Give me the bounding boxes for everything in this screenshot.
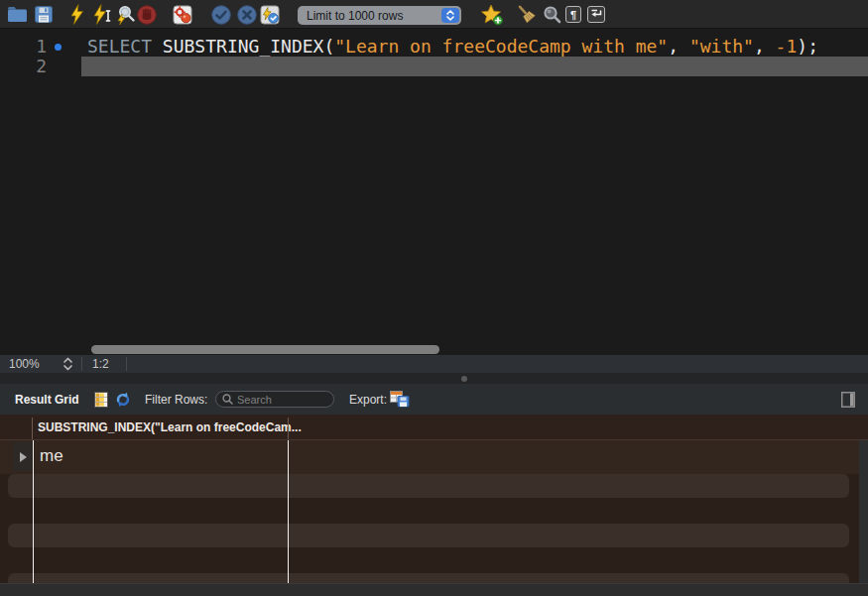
lightning-bolt-icon xyxy=(69,4,85,25)
sql-code: SELECT SUBSTRING_INDEX("Learn on freeCod… xyxy=(87,37,818,57)
open-script-button[interactable] xyxy=(7,6,28,23)
autocommit-button[interactable] xyxy=(260,5,281,25)
magnifier-lightning-icon xyxy=(116,5,137,25)
show-invisibles-button[interactable]: ¶ xyxy=(565,6,581,23)
sql-token-function: SUBSTRING_INDEX( xyxy=(163,36,334,57)
execute-current-statement-button[interactable] xyxy=(93,4,113,25)
sql-line-1[interactable]: 1 SELECT SUBSTRING_INDEX("Learn on freeC… xyxy=(0,37,868,57)
export-recordset-icon xyxy=(390,391,410,408)
table-row[interactable]: me xyxy=(0,440,859,474)
zoom-stepper[interactable] xyxy=(62,357,73,371)
save-icon xyxy=(35,6,53,23)
sql-token-punct: ); xyxy=(797,36,818,57)
statement-marker-dot-icon xyxy=(55,44,62,51)
mysql-workbench-window: Limit to 1000 rows xyxy=(0,0,868,596)
header-column-divider xyxy=(32,417,33,439)
zoom-level-value: 100% xyxy=(9,357,40,371)
table-row[interactable] xyxy=(8,573,849,583)
result-cell-value[interactable]: me xyxy=(40,446,63,466)
execute-query-button[interactable] xyxy=(69,4,85,25)
editor-horizontal-scrollbar[interactable] xyxy=(91,345,439,354)
dropdown-stepper-icon xyxy=(441,8,459,23)
row-marker-cell xyxy=(13,442,33,471)
result-grid-body: me xyxy=(0,440,859,583)
explain-plan-button[interactable] xyxy=(116,5,137,25)
sql-token-keyword: SELECT xyxy=(87,36,163,57)
search-icon xyxy=(222,394,233,405)
sql-editor[interactable]: 1 SELECT SUBSTRING_INDEX("Learn on freeC… xyxy=(0,29,868,355)
grid-column-divider xyxy=(288,440,289,583)
x-circle-icon xyxy=(237,5,257,25)
stop-button[interactable] xyxy=(137,5,157,25)
save-snippet-button[interactable] xyxy=(481,4,503,26)
filter-search-field[interactable] xyxy=(215,391,334,408)
script-check-icon xyxy=(260,5,281,25)
wrap-text-button[interactable] xyxy=(587,6,605,23)
wrap-text-icon xyxy=(590,9,602,20)
result-grid-toolbar: Result Grid Filter Rows: xyxy=(0,384,868,415)
editor-status-bar: 100% 1:2 xyxy=(0,355,868,373)
panel-toggle-icon xyxy=(841,392,855,408)
sql-token-string: "with" xyxy=(689,36,754,57)
check-circle-icon xyxy=(211,5,231,25)
stepper-chevrons-icon xyxy=(62,357,73,371)
filter-search-input[interactable] xyxy=(237,394,327,406)
limit-rows-value: Limit to 1000 rows xyxy=(307,9,441,23)
sql-token-punct: , xyxy=(668,36,689,57)
header-column-divider xyxy=(288,417,289,439)
column-header-label: SUBSTRING_INDEX("Learn on freeCodeCam... xyxy=(38,420,302,434)
limit-rows-dropdown[interactable]: Limit to 1000 rows xyxy=(298,6,461,25)
export-label: Export: xyxy=(349,393,387,407)
toggle-sidebar-button[interactable] xyxy=(841,392,855,408)
save-script-button[interactable] xyxy=(35,6,53,23)
splitter-grip-icon xyxy=(461,376,467,382)
result-grid-column-header[interactable]: SUBSTRING_INDEX("Learn on freeCodeCam... xyxy=(0,415,868,440)
row-marker-arrow-icon xyxy=(20,452,27,462)
refresh-button[interactable] xyxy=(115,392,131,408)
bottom-bar xyxy=(0,583,868,596)
pilcrow-icon: ¶ xyxy=(570,9,576,21)
refresh-icon xyxy=(115,392,131,408)
statusbar-divider xyxy=(81,357,82,371)
statusbar-divider xyxy=(126,357,127,371)
folder-icon xyxy=(7,6,28,23)
grid-scrollbar-gutter xyxy=(859,440,868,583)
sql-token-number: -1 xyxy=(776,36,798,57)
lightning-bolt-cursor-icon xyxy=(93,4,113,25)
cursor-position-value: 1:2 xyxy=(92,357,109,371)
export-button[interactable] xyxy=(390,391,410,408)
broom-icon xyxy=(516,4,539,26)
editor-toolbar: Limit to 1000 rows xyxy=(0,0,868,29)
sql-token-string: "Learn on freeCodeCamp with me" xyxy=(334,36,668,57)
panel-splitter[interactable] xyxy=(0,373,868,384)
new-query-tab-button[interactable] xyxy=(173,5,193,25)
sql-token-punct: , xyxy=(754,36,776,57)
line-number: 1 xyxy=(0,37,47,57)
table-row[interactable] xyxy=(8,524,849,547)
find-button[interactable] xyxy=(543,5,562,25)
table-row[interactable] xyxy=(8,474,849,498)
line-number: 2 xyxy=(0,57,47,76)
grid-column-divider xyxy=(33,440,34,583)
rollback-button[interactable] xyxy=(237,5,257,25)
filter-rows-label: Filter Rows: xyxy=(145,393,207,407)
search-icon xyxy=(543,5,562,25)
grid-view-icon xyxy=(94,392,108,408)
grid-view-button[interactable] xyxy=(94,392,108,408)
star-plus-icon xyxy=(481,4,503,26)
stop-hand-icon xyxy=(137,5,157,25)
result-grid-title: Result Grid xyxy=(15,393,79,407)
commit-button[interactable] xyxy=(211,5,231,25)
sql-line-2[interactable]: 2 xyxy=(0,57,868,76)
schema-gear-icon xyxy=(173,5,193,25)
beautify-button[interactable] xyxy=(516,4,539,26)
